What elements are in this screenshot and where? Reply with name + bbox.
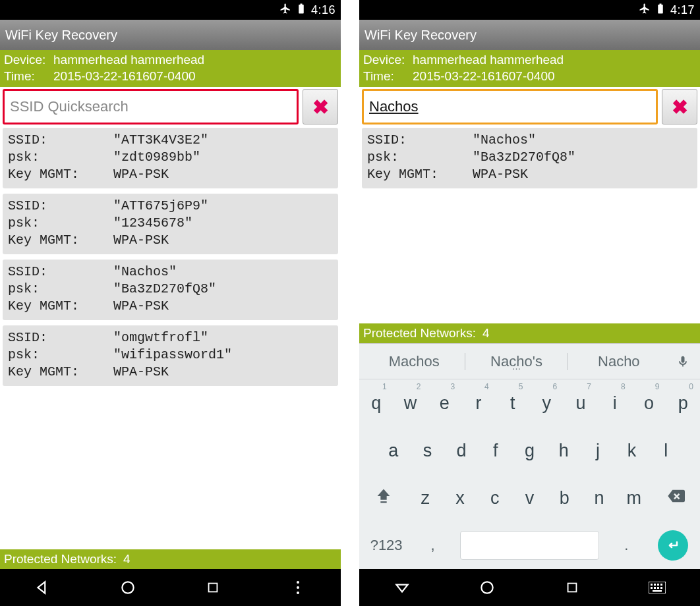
key-y[interactable]: y6 [530, 379, 564, 427]
device-value: hammerhead hammerhead [413, 51, 564, 68]
backspace-icon [666, 487, 685, 510]
footer-label: Protected Networks: [363, 326, 476, 341]
search-input[interactable] [369, 98, 651, 115]
key-period[interactable]: . [607, 522, 646, 569]
key-p[interactable]: p0 [666, 379, 700, 427]
key-q[interactable]: q1 [359, 379, 394, 427]
footer-bar: Protected Networks: 4 [0, 549, 341, 569]
mgmt-value: WPA-PSK [473, 166, 528, 183]
suggestion[interactable]: Nacho [568, 353, 670, 370]
svg-rect-5 [380, 501, 386, 503]
suggestion[interactable]: Nacho's … [465, 353, 568, 370]
key-b[interactable]: b [547, 474, 582, 522]
psk-value: "Ba3zD270fQ8" [473, 149, 575, 166]
time-label: Time: [4, 68, 53, 84]
footer-label: Protected Networks: [4, 552, 117, 566]
psk-label: psk: [8, 215, 113, 232]
key-symbols[interactable]: ?123 [359, 522, 413, 569]
key-m[interactable]: m [616, 474, 651, 522]
mgmt-label: Key MGMT: [8, 298, 113, 315]
network-card[interactable]: SSID:"Nachos" psk:"Ba3zD270fQ8" Key MGMT… [362, 128, 697, 188]
key-n[interactable]: n [582, 474, 617, 522]
key-j[interactable]: j [581, 427, 615, 474]
key-h[interactable]: h [546, 427, 581, 474]
svg-rect-11 [657, 584, 659, 586]
nav-recent-button[interactable] [558, 573, 587, 602]
nav-bar [0, 569, 341, 606]
nav-menu-button[interactable] [283, 573, 312, 602]
key-row-3: z x c v b n m [359, 474, 700, 522]
clear-search-button[interactable]: ✖ [303, 89, 338, 124]
nav-recent-button[interactable] [198, 573, 227, 602]
key-c[interactable]: c [477, 474, 512, 522]
suggestion-row: Machos Nacho's … Nacho [359, 344, 700, 379]
search-box[interactable] [3, 89, 299, 124]
status-time: 4:17 [670, 3, 695, 17]
nav-home-button[interactable] [113, 573, 142, 602]
key-z[interactable]: z [408, 474, 443, 522]
svg-rect-12 [660, 584, 662, 586]
psk-label: psk: [8, 149, 113, 166]
network-card[interactable]: SSID:"ATT3K4V3E2" psk:"zdt0989bb" Key MG… [3, 128, 338, 188]
ssid-value: "Nachos" [113, 263, 177, 281]
key-a[interactable]: a [376, 427, 411, 474]
ssid-value: "omgwtfrofl" [113, 329, 208, 346]
mgmt-label: Key MGMT: [8, 364, 113, 381]
key-enter[interactable] [646, 522, 700, 569]
key-w[interactable]: w2 [394, 379, 428, 427]
mgmt-label: Key MGMT: [8, 166, 113, 183]
psk-label: psk: [8, 346, 113, 364]
key-v[interactable]: v [512, 474, 547, 522]
key-backspace[interactable] [651, 474, 700, 522]
psk-value: "wifipassword1" [113, 346, 232, 364]
key-g[interactable]: g [513, 427, 547, 474]
svg-rect-9 [651, 584, 653, 586]
mgmt-label: Key MGMT: [8, 232, 113, 249]
key-e[interactable]: e3 [427, 379, 461, 427]
svg-rect-7 [568, 584, 577, 592]
key-i[interactable]: i8 [598, 379, 632, 427]
key-k[interactable]: k [615, 427, 649, 474]
svg-point-4 [297, 592, 299, 594]
network-list[interactable]: SSID:"ATT3K4V3E2" psk:"zdt0989bb" Key MG… [0, 126, 341, 549]
key-x[interactable]: x [443, 474, 478, 522]
nav-back-button[interactable] [28, 573, 57, 602]
psk-value: "12345678" [113, 215, 192, 232]
key-r[interactable]: r4 [461, 379, 496, 427]
action-bar: WiFi Key Recovery [359, 20, 700, 50]
app-title: WiFi Key Recovery [5, 28, 117, 43]
key-o[interactable]: o9 [632, 379, 666, 427]
key-space[interactable] [452, 522, 607, 569]
network-list[interactable]: SSID:"Nachos" psk:"Ba3zD270fQ8" Key MGMT… [359, 126, 700, 323]
key-f[interactable]: f [479, 427, 513, 474]
network-card[interactable]: SSID:"ATT675j6P9" psk:"12345678" Key MGM… [3, 194, 338, 254]
mic-icon[interactable] [670, 354, 696, 370]
mgmt-value: WPA-PSK [113, 166, 169, 183]
svg-point-2 [297, 581, 299, 584]
network-card[interactable]: SSID:"Nachos" psk:"Ba3zD270fQ8" Key MGMT… [3, 260, 338, 320]
suggestion[interactable]: Machos [363, 353, 465, 370]
key-row-4: ?123 , . [359, 522, 700, 569]
nav-home-button[interactable] [473, 573, 502, 602]
key-l[interactable]: l [649, 427, 683, 474]
nav-keyboard-button[interactable] [643, 573, 672, 602]
suggestion-overflow-icon: … [465, 361, 567, 372]
footer-count: 4 [123, 552, 131, 566]
ssid-value: "ATT3K4V3E2" [113, 132, 208, 149]
ssid-label: SSID: [8, 132, 113, 149]
key-shift[interactable] [359, 474, 408, 522]
key-s[interactable]: s [411, 427, 445, 474]
search-input[interactable] [10, 98, 291, 115]
search-box[interactable] [362, 89, 658, 124]
network-card[interactable]: SSID:"omgwtfrofl" psk:"wifipassword1" Ke… [3, 325, 338, 386]
key-comma[interactable]: , [413, 522, 452, 569]
time-value: 2015-03-22-161607-0400 [53, 68, 196, 84]
keyboard: Machos Nacho's … Nacho q1 w2 e3 r4 t5 y6… [359, 343, 700, 569]
key-u[interactable]: u7 [564, 379, 598, 427]
clear-search-button[interactable]: ✖ [662, 89, 697, 124]
mgmt-value: WPA-PSK [113, 364, 169, 381]
key-t[interactable]: t5 [496, 379, 530, 427]
nav-back-button[interactable] [388, 573, 417, 602]
key-d[interactable]: d [444, 427, 479, 474]
key-row-1: q1 w2 e3 r4 t5 y6 u7 i8 o9 p0 [359, 379, 700, 427]
